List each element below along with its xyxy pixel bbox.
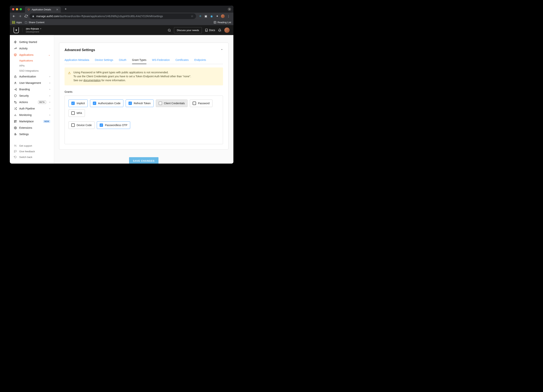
chevron-right-icon: › [49, 82, 50, 84]
panel-title: Advanced Settings [65, 48, 95, 52]
url-text: manage.auth0.com/dashboard/us/dev-fhjtea… [36, 15, 163, 18]
chrome-menu-icon[interactable]: ⋮ [226, 14, 230, 18]
tab-title: Application Details [32, 8, 51, 11]
sidebar-sub-sso[interactable]: SSO Integrations [10, 68, 54, 73]
tab-ws-federation[interactable]: WS-Federation [152, 56, 170, 64]
sidebar-item-security[interactable]: Security› [10, 93, 54, 99]
folder-icon [24, 21, 28, 24]
main-content: Advanced Settings ⌃ Application Metadata… [54, 35, 233, 164]
sidebar-item-activity[interactable]: Activity [10, 45, 54, 52]
bookmark-apps[interactable]: Apps [12, 21, 22, 24]
tab-application-metadata[interactable]: Application Metadata [65, 56, 89, 64]
bookmark-share-content[interactable]: Share Content [24, 21, 45, 24]
window-close-button[interactable] [12, 8, 14, 10]
chevron-right-icon: › [49, 114, 50, 116]
extensions-puzzle-icon[interactable]: ✦ [215, 14, 219, 18]
grant-refresh-token[interactable]: ✓Refresh Token [126, 99, 153, 107]
window-minimize-button[interactable] [16, 8, 18, 10]
sidebar-item-settings[interactable]: Settings [10, 131, 54, 137]
lock-icon [32, 15, 34, 17]
auth0-favicon-icon [27, 8, 30, 11]
react-devtools-icon[interactable]: ⚛ [198, 14, 202, 18]
undo-icon [14, 155, 17, 159]
forward-button[interactable] [17, 14, 23, 19]
grant-mfa[interactable]: MFA [68, 109, 85, 117]
back-button[interactable] [11, 14, 17, 19]
sidebar-sub-applications[interactable]: Applications [10, 58, 54, 63]
tenant-name: dev-fhjteaie [26, 27, 39, 30]
book-icon [205, 29, 208, 32]
sidebar: Getting Started Activity Applications⌄ A… [10, 35, 54, 164]
tab-endpoints[interactable]: Endpoints [194, 56, 206, 64]
discuss-needs-button[interactable]: Discuss your needs [174, 27, 202, 33]
lock-icon [14, 75, 17, 78]
sidebar-get-support[interactable]: ?⃝Get support [10, 143, 54, 149]
warning-icon: ⚠ [68, 71, 71, 82]
activity-icon [14, 47, 17, 50]
svg-point-9 [15, 82, 16, 83]
flow-icon [14, 100, 17, 104]
app-body: Getting Started Activity Applications⌄ A… [10, 35, 233, 164]
gear-icon [14, 126, 17, 129]
extension-icon[interactable]: ▣ [204, 14, 208, 18]
sidebar-item-branding[interactable]: Branding› [10, 86, 54, 93]
sidebar-switch-back[interactable]: Switch back [10, 154, 54, 160]
chevron-right-icon: › [49, 94, 50, 97]
grant-implicit[interactable]: ✓Implicit [68, 99, 88, 107]
window-maximize-button[interactable] [20, 8, 22, 10]
save-changes-button[interactable]: SAVE CHANGES [129, 157, 158, 164]
sidebar-sub-apis[interactable]: APIs [10, 63, 54, 68]
browser-tab[interactable]: Application Details ✕ [25, 7, 61, 13]
reading-list-button[interactable]: Reading List [214, 21, 231, 24]
layers-icon [14, 53, 17, 56]
sidebar-item-auth-pipeline[interactable]: Auth Pipeline› [10, 105, 54, 112]
tab-certificates[interactable]: Certificates [175, 56, 189, 64]
tenant-selector[interactable]: dev-fhjteaie ▾ Development [26, 27, 41, 33]
sidebar-item-user-management[interactable]: User Management› [10, 80, 54, 86]
chevron-down-icon: ▾ [40, 28, 41, 30]
svg-rect-8 [15, 76, 16, 77]
chevron-right-icon: › [49, 101, 50, 104]
user-avatar[interactable] [224, 28, 230, 33]
svg-point-24 [15, 134, 16, 135]
bell-icon[interactable] [218, 29, 221, 32]
svg-point-11 [16, 103, 17, 103]
warning-text: Using Password or MFA grant types with p… [74, 71, 191, 82]
reload-button[interactable] [23, 14, 29, 19]
documentation-link[interactable]: documentation [83, 79, 101, 82]
beta-badge: BETA [38, 101, 46, 104]
sidebar-item-actions[interactable]: ActionsBETA› [10, 99, 54, 105]
tab-close-icon[interactable]: ✕ [56, 8, 58, 11]
login-icon [14, 88, 17, 91]
grant-password[interactable]: Password [190, 99, 212, 107]
svg-marker-7 [14, 54, 17, 55]
traffic-lights [12, 8, 22, 10]
tab-device-settings[interactable]: Device Settings [95, 56, 113, 64]
chrome-profile-icon[interactable]: ▾ [228, 8, 231, 11]
auth0-logo-icon[interactable]: ★ [14, 27, 19, 33]
chrome-avatar-icon[interactable] [221, 14, 225, 18]
docs-link[interactable]: Docs [205, 29, 215, 32]
tab-grant-types[interactable]: Grant Types [132, 56, 147, 64]
extension-icon[interactable]: ◉ [210, 14, 213, 18]
bookmark-star-icon[interactable]: ☆ [191, 14, 193, 18]
sidebar-give-feedback[interactable]: Give feedback [10, 149, 54, 154]
sidebar-item-marketplace[interactable]: MarketplaceNEW [10, 118, 54, 125]
cog-icon [14, 133, 17, 136]
grant-authorization-code[interactable]: ✓Authorization Code [90, 99, 123, 107]
divider [22, 28, 23, 33]
url-bar[interactable]: manage.auth0.com/dashboard/us/dev-fhjtea… [29, 13, 196, 19]
grant-device-code[interactable]: Device Code [68, 121, 95, 129]
checkbox-icon: ✓ [93, 102, 96, 105]
panel-header-toggle[interactable]: Advanced Settings ⌃ [65, 48, 223, 52]
tab-oauth[interactable]: OAuth [119, 56, 126, 64]
sidebar-item-getting-started[interactable]: Getting Started [10, 39, 54, 45]
sidebar-item-applications[interactable]: Applications⌄ [10, 52, 54, 58]
sidebar-item-monitoring[interactable]: Monitoring› [10, 112, 54, 118]
lightning-icon [14, 40, 17, 44]
search-icon[interactable] [168, 29, 171, 32]
new-tab-button[interactable]: + [63, 7, 68, 12]
grant-passwordless-otp[interactable]: ✓Passwordless OTP [97, 121, 130, 129]
sidebar-item-authentication[interactable]: Authentication› [10, 73, 54, 80]
sidebar-item-extensions[interactable]: Extensions [10, 125, 54, 131]
